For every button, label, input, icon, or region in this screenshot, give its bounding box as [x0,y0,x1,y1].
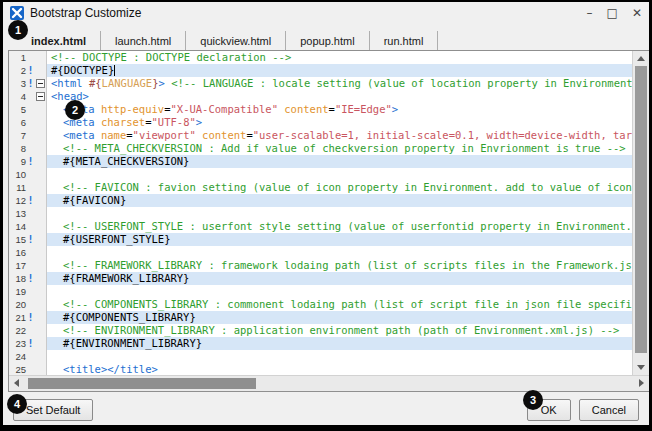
code-line-18[interactable]: #{FRAMEWORK_LIBRARY} [47,272,632,285]
gutter-row: 10 [9,168,46,181]
fold-collapse-icon[interactable] [35,79,46,88]
code-line-3[interactable]: <html #{LANGUAGE}> <!-- LANGUAGE : local… [47,77,632,90]
line-number: 16 [9,247,26,258]
code-line-19[interactable] [47,285,632,298]
code-line-22[interactable]: <!-- ENVIRONMENT_LIBRARY : application e… [47,324,632,337]
text-caret [114,65,115,76]
line-number: 15 [9,234,26,245]
annotation-badge-4: 4 [7,394,27,414]
tab-bar: index.htmllaunch.htmlquickview.htmlpopup… [8,25,644,50]
tab-run-html[interactable]: run.html [370,31,439,50]
code-token: <title></title> [63,363,158,375]
fold-collapse-icon[interactable] [35,92,46,101]
annotation-badge-1: 1 [8,20,28,40]
horizontal-scrollbar[interactable] [9,375,649,391]
code-line-20[interactable]: <!-- COMPONENTS_LIBRARY : commonent loda… [47,298,632,311]
code-token: content [202,129,246,141]
annotation-badge-2: 2 [65,100,85,120]
editor-main: 12!3!456789!101112!131415!161718!192021!… [9,51,649,375]
tab-popup-html[interactable]: popup.html [286,31,369,50]
tab-index-html[interactable]: index.html [17,31,101,50]
code-line-1[interactable]: <!-- DOCTYPE : DOCTYPE declaration --> [47,51,632,64]
code-line-4[interactable]: <head> [47,90,632,103]
code-token: "X-UA-Compatible" [170,103,277,115]
code-token: > [392,103,398,115]
code-token: #{ [89,77,102,89]
tab-quickview-html[interactable]: quickview.html [186,31,286,50]
code-line-17[interactable]: <!-- FRAMEWORK_LIBRARY : framework lodai… [47,259,632,272]
code-token: <!-- COMPONENTS_LIBRARY : commonent loda… [63,298,632,310]
vertical-scrollbar[interactable] [632,51,649,375]
tab-launch-html[interactable]: launch.html [101,31,186,50]
code-line-25[interactable]: <title></title> [47,363,632,375]
gutter-row: 14 [9,220,46,233]
code-token: <!-- FAVICON : favion setting (value of … [63,181,632,193]
line-number: 1 [9,52,26,63]
code-token: "UTF-8" [152,116,196,128]
code-line-8[interactable]: <!-- META_CHECKVERSION : Add if value of… [47,142,632,155]
scroll-left-icon[interactable] [14,379,19,387]
code-line-11[interactable]: <!-- FAVICON : favion setting (value of … [47,181,632,194]
code-token: #{META_CHECKVERSION} [63,155,189,167]
code-editor[interactable]: 12!3!456789!101112!131415!161718!192021!… [8,50,650,392]
scroll-down-icon[interactable] [637,365,645,370]
line-number: 6 [9,117,26,128]
scroll-up-icon[interactable] [637,56,645,61]
gutter-row: 3! [9,77,46,90]
horizontal-scroll-thumb[interactable] [28,378,256,389]
warning-bang-icon: ! [26,312,35,323]
gutter-row: 17 [9,259,46,272]
gutter-row: 7 [9,129,46,142]
code-line-21[interactable]: #{COMPONENTS_LIBRARY} [47,311,632,324]
line-number: 12 [9,195,26,206]
code-token: charset [101,116,145,128]
code-line-16[interactable] [47,246,632,259]
minimize-icon[interactable]: – [587,7,593,19]
line-number: 7 [9,130,26,141]
code-line-9[interactable]: #{META_CHECKVERSION} [47,155,632,168]
line-number-gutter: 12!3!456789!101112!131415!161718!192021!… [9,51,47,375]
code-area[interactable]: <!-- DOCTYPE : DOCTYPE declaration -->#{… [47,51,632,375]
warning-bang-icon: ! [26,338,35,349]
window-controls: – □ ✕ [587,7,642,19]
code-line-6[interactable]: <meta charset="UTF-8"> [47,116,632,129]
gutter-row: 12! [9,194,46,207]
close-icon[interactable]: ✕ [632,7,642,19]
gutter-row: 15! [9,233,46,246]
code-token: <!-- ENVIRONMENT_LIBRARY : application e… [63,324,619,336]
scroll-right-icon[interactable] [639,379,644,387]
code-token: #{FRAMEWORK_LIBRARY} [63,272,189,284]
code-line-23[interactable]: #{ENVIRONMENT_LIBRARY} [47,337,632,350]
code-token: #{DOCTYPE} [51,64,114,76]
maximize-icon[interactable]: □ [607,7,618,19]
code-line-12[interactable]: #{FAVICON} [47,194,632,207]
line-number: 24 [9,351,26,362]
code-line-14[interactable]: <!-- USERFONT_STYLE : userfont style set… [47,220,632,233]
gutter-row: 13 [9,207,46,220]
code-line-7[interactable]: <meta name="viewport" content="user-scal… [47,129,632,142]
code-token: <html [51,77,83,89]
gutter-row: 2! [9,64,46,77]
ok-cancel-group: OK Cancel [527,399,639,421]
code-line-13[interactable] [47,207,632,220]
warning-bang-icon: ! [26,65,35,76]
cancel-button[interactable]: Cancel [579,399,639,421]
code-line-10[interactable] [47,168,632,181]
code-token: <!-- DOCTYPE : DOCTYPE declaration --> [51,51,291,63]
code-token: <!-- LANGUAGE : locale setting (value of… [171,77,632,89]
warning-bang-icon: ! [26,234,35,245]
gutter-row: 8 [9,142,46,155]
line-number: 13 [9,208,26,219]
line-number: 5 [9,104,26,115]
bootstrap-customize-dialog: Bootstrap Customize – □ ✕ index.htmllaun… [0,0,652,431]
window-title: Bootstrap Customize [30,6,141,20]
code-line-24[interactable] [47,350,632,363]
code-token: #{COMPONENTS_LIBRARY} [63,311,196,323]
gutter-row: 6 [9,116,46,129]
code-line-5[interactable]: <meta http-equiv="X-UA-Compatible" conte… [47,103,632,116]
line-number: 18 [9,273,26,284]
code-line-15[interactable]: #{USERFONT_STYLE} [47,233,632,246]
vertical-scroll-thumb[interactable] [635,66,647,353]
title-bar: Bootstrap Customize – □ ✕ [3,2,649,24]
code-line-2[interactable]: #{DOCTYPE} [47,64,632,77]
